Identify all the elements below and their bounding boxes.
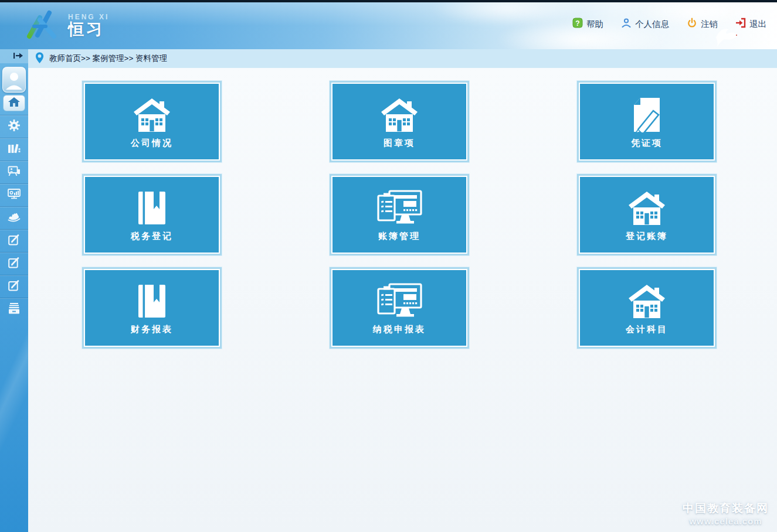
power-icon — [687, 18, 697, 30]
tile-label: 公司情况 — [131, 138, 173, 149]
logout-label: 注销 — [701, 19, 718, 30]
tile-label: 财务报表 — [131, 324, 173, 335]
sidebar-collapse-button[interactable] — [0, 49, 28, 63]
main-panel: 公司情况 — [28, 68, 777, 532]
monitor-stats-icon — [8, 189, 21, 202]
presentation-icon — [8, 166, 21, 179]
hx-logo-icon — [26, 8, 62, 42]
collapse-arrow-icon — [13, 51, 23, 62]
tile-stamp-items[interactable]: 图章项 — [330, 81, 469, 162]
help-icon: ? — [572, 18, 583, 30]
content-area: 教师首页>> 案例管理>> 资料管理 — [28, 49, 777, 532]
tile-ledger-management[interactable]: 账簿管理 — [330, 174, 469, 255]
tile-financial-statements[interactable]: 财务报表 — [82, 267, 222, 349]
gear-icon — [8, 120, 20, 134]
document-pen-icon — [630, 97, 663, 133]
tile-label: 会计科目 — [626, 324, 668, 335]
top-menu: ? 帮助 个人信息 — [572, 18, 766, 30]
profile-label: 个人信息 — [635, 19, 669, 30]
watermark-line2: www.celea.com — [683, 516, 769, 526]
sidebar-item-library[interactable] — [0, 138, 28, 161]
tile-label: 凭证项 — [631, 138, 663, 149]
tile-label: 图章项 — [384, 138, 415, 149]
house-icon — [381, 97, 418, 133]
library-books-icon — [8, 143, 21, 156]
monitor-checklist-icon — [376, 283, 422, 319]
service-hand-icon — [8, 212, 21, 224]
tile-label: 纳税申报表 — [373, 324, 426, 335]
user-icon — [621, 18, 632, 30]
tile-tax-registration[interactable]: 税务登记 — [82, 174, 222, 255]
help-label: 帮助 — [586, 19, 603, 30]
breadcrumb[interactable]: 教师首页>> 案例管理>> 资料管理 — [49, 53, 167, 64]
exit-button[interactable]: 退出 — [735, 18, 766, 30]
book-icon — [138, 190, 166, 226]
sidebar — [0, 49, 28, 532]
home-icon — [8, 97, 20, 110]
sidebar-item-presentation[interactable] — [0, 161, 28, 183]
brand-name-cn: 恒习 — [68, 21, 109, 37]
logout-button[interactable]: 注销 — [687, 18, 718, 30]
tile-label: 登记账簿 — [626, 231, 668, 242]
sidebar-avatar[interactable] — [2, 67, 26, 93]
header: HENG XI 恒习 ? 帮助 — [0, 2, 777, 49]
help-button[interactable]: ? 帮助 — [572, 18, 603, 30]
house-icon — [628, 283, 666, 319]
brand-name-en: HENG XI — [68, 13, 109, 21]
sidebar-home-button[interactable] — [3, 95, 25, 111]
breadcrumb-bar: 教师首页>> 案例管理>> 资料管理 — [28, 49, 777, 68]
tile-company-info[interactable]: 公司情况 — [82, 81, 222, 162]
exit-label: 退出 — [749, 19, 766, 30]
tile-grid: 公司情况 — [82, 81, 717, 349]
app-window: HENG XI 恒习 ? 帮助 — [0, 0, 777, 532]
watermark: 中国教育装备网 www.celea.com — [683, 501, 769, 526]
profile-button[interactable]: 个人信息 — [621, 18, 669, 30]
watermark-line1: 中国教育装备网 — [683, 501, 769, 516]
avatar-icon — [4, 70, 24, 92]
tile-tax-returns[interactable]: 纳税申报表 — [330, 267, 469, 349]
svg-text:?: ? — [575, 19, 579, 28]
book-icon — [138, 283, 166, 319]
house-icon — [133, 97, 171, 133]
tile-label: 税务登记 — [131, 231, 173, 242]
monitor-checklist-icon — [376, 190, 422, 226]
sidebar-item-settings[interactable] — [0, 115, 28, 138]
edit-icon — [8, 234, 20, 248]
sidebar-item-service[interactable] — [0, 206, 28, 229]
sidebar-item-monitor-stats[interactable] — [0, 183, 28, 206]
tile-register-ledgers[interactable]: 登记账簿 — [577, 174, 717, 255]
tile-accounting-subjects[interactable]: 会计科目 — [577, 267, 717, 349]
tile-voucher-items[interactable]: 凭证项 — [577, 81, 717, 162]
location-pin-icon — [35, 52, 44, 66]
house-icon — [628, 190, 666, 226]
tile-label: 账簿管理 — [378, 231, 420, 242]
brand-logo: HENG XI 恒习 — [26, 8, 109, 42]
exit-icon — [735, 18, 746, 30]
